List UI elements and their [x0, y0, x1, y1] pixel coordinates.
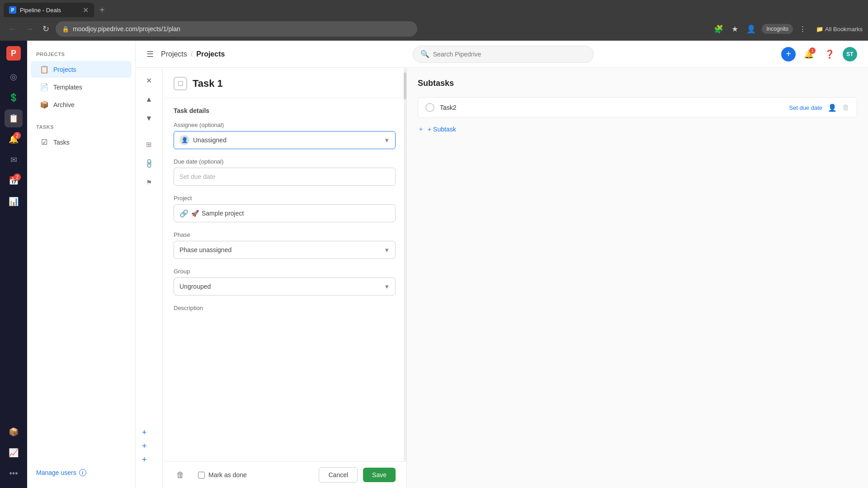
- group-chevron-icon: ▼: [384, 283, 390, 290]
- task-details-section: Task details Assignee (optional) 👤 Unass…: [163, 98, 406, 329]
- subtask-set-due-date[interactable]: Set due date: [789, 104, 822, 111]
- nav-icon-analytics[interactable]: 📈: [5, 444, 23, 462]
- forward-button[interactable]: →: [23, 22, 36, 37]
- search-input[interactable]: [433, 51, 586, 58]
- search-icon: 🔍: [420, 50, 429, 58]
- templates-label: Templates: [53, 84, 82, 91]
- assignee-field-group: Assignee (optional) 👤 Unassigned ▼: [174, 122, 396, 149]
- calendar-badge: 2: [14, 174, 21, 181]
- mark-done-checkbox[interactable]: [198, 472, 205, 479]
- notification-bell-button[interactable]: 🔔 1: [801, 47, 816, 62]
- pipedrive-logo[interactable]: P: [6, 46, 21, 61]
- extensions-icon[interactable]: 🧩: [712, 22, 726, 36]
- reload-button[interactable]: ↻: [40, 21, 52, 37]
- profile-icon[interactable]: 👤: [744, 22, 758, 36]
- sidebar-item-archive[interactable]: 📦 Archive: [31, 96, 132, 113]
- browser-chrome: P Pipeline - Deals ✕ + ← → ↻ 🔒 moodjoy.p…: [0, 0, 868, 41]
- nav-icon-notifications[interactable]: 🔔 2: [5, 130, 23, 148]
- assignee-dropdown[interactable]: 👤 Unassigned ▼: [174, 131, 396, 149]
- info-icon: i: [79, 469, 86, 476]
- breadcrumb: Projects / Projects: [161, 50, 225, 58]
- address-bar[interactable]: 🔒 moodjoy.pipedrive.com/projects/1/plan: [56, 21, 417, 37]
- subtask-checkbox[interactable]: [425, 103, 434, 112]
- notification-badge: 2: [14, 132, 21, 139]
- flag-icon[interactable]: ⚑: [141, 174, 157, 191]
- phase-field-group: Phase Phase unassigned ▼: [174, 231, 396, 259]
- nav-icon-products[interactable]: 📦: [5, 423, 23, 441]
- avatar[interactable]: ST: [843, 47, 857, 61]
- plus-button-3[interactable]: +: [140, 454, 149, 465]
- description-field-group: Description: [174, 305, 396, 311]
- subtask-assign-icon[interactable]: 👤: [828, 103, 837, 112]
- project-field-group: Project 🔗 🚀 Sample project: [174, 195, 396, 222]
- nav-icon-calendar[interactable]: 📅 2: [5, 172, 23, 190]
- new-tab-button[interactable]: +: [96, 3, 108, 17]
- plan-icon[interactable]: ⊞: [141, 136, 157, 153]
- nav-icon-mail[interactable]: ✉: [5, 151, 23, 169]
- plus-icon: ＋: [418, 125, 424, 133]
- assignee-icon: 👤: [179, 135, 189, 145]
- tab-favicon: P: [9, 6, 16, 14]
- sidebar-item-tasks[interactable]: ☑ Tasks: [31, 134, 132, 150]
- phase-dropdown[interactable]: Phase unassigned ▼: [174, 241, 396, 259]
- nav-icon-more[interactable]: •••: [5, 465, 23, 483]
- nav-icon-reports[interactable]: 📊: [5, 192, 23, 211]
- browser-tab[interactable]: P Pipeline - Deals ✕: [4, 3, 94, 17]
- cancel-button[interactable]: Cancel: [319, 467, 358, 483]
- mark-done-label[interactable]: Mark as done: [208, 471, 247, 479]
- nav-icon-home[interactable]: ◎: [5, 68, 23, 86]
- more-options-icon[interactable]: ⋮: [797, 22, 809, 36]
- phase-label: Phase: [174, 231, 396, 238]
- search-box[interactable]: 🔍: [413, 46, 594, 63]
- tab-title: Pipeline - Deals: [20, 7, 61, 14]
- task-title: Task 1: [193, 78, 223, 89]
- bookmark-icon[interactable]: ★: [729, 22, 741, 36]
- group-value: Ungrouped: [179, 283, 211, 290]
- sidebar-item-templates[interactable]: 📄 Templates: [31, 79, 132, 95]
- add-subtask-label: + Subtask: [428, 126, 456, 133]
- lock-icon: 🔒: [62, 26, 69, 33]
- manage-users-label: Manage users: [36, 469, 76, 476]
- subtasks-panel: Subtasks Task2 Set due date 👤 🗑 ＋ + Subt…: [407, 68, 868, 488]
- sidebar: PROJECTS 📋 Projects 📄 Templates 📦 Archiv…: [27, 41, 136, 488]
- url-text: moodjoy.pipedrive.com/projects/1/plan: [73, 25, 180, 33]
- collapse-down-button[interactable]: ▼: [141, 110, 157, 127]
- due-date-input[interactable]: Set due date: [174, 168, 396, 186]
- collapse-panel: ✕ ▲ ▼ ⊞ 🔗 ⚑ + + +: [136, 68, 163, 488]
- project-link-icon: 🔗: [179, 209, 189, 218]
- phase-value: Phase unassigned: [179, 246, 231, 253]
- archive-icon: 📦: [40, 100, 49, 109]
- breadcrumb-current: Projects: [196, 50, 225, 58]
- top-header: ☰ Projects / Projects 🔍 + 🔔 1 ❓ ST: [136, 41, 868, 68]
- group-field-group: Group Ungrouped ▼: [174, 268, 396, 296]
- breadcrumb-sep: /: [191, 50, 193, 58]
- link-icon[interactable]: 🔗: [137, 152, 160, 175]
- manage-users-button[interactable]: Manage users i: [27, 465, 135, 481]
- project-value: Sample project: [202, 210, 244, 217]
- group-dropdown[interactable]: Ungrouped ▼: [174, 277, 396, 296]
- sidebar-toggle[interactable]: ☰: [146, 49, 154, 59]
- tab-close[interactable]: ✕: [83, 6, 89, 14]
- notification-badge-header: 1: [809, 47, 816, 54]
- back-button[interactable]: ←: [5, 22, 19, 37]
- close-panel-button[interactable]: ✕: [141, 72, 157, 89]
- subtask-name: Task2: [440, 104, 783, 111]
- add-button[interactable]: +: [781, 47, 796, 61]
- collapse-up-button[interactable]: ▲: [141, 91, 157, 108]
- delete-task-button[interactable]: 🗑: [174, 468, 187, 483]
- due-date-label: Due date (optional): [174, 158, 396, 165]
- plus-button-2[interactable]: +: [140, 440, 149, 452]
- nav-icon-deals[interactable]: 💲: [5, 89, 23, 107]
- add-subtask-button[interactable]: ＋ + Subtask: [418, 122, 857, 137]
- nav-icon-projects[interactable]: 📋: [5, 109, 23, 127]
- sidebar-item-projects[interactable]: 📋 Projects: [31, 61, 132, 78]
- plus-button-1[interactable]: +: [140, 427, 149, 438]
- help-button[interactable]: ❓: [822, 47, 837, 62]
- subtask-delete-icon[interactable]: 🗑: [842, 103, 849, 112]
- project-input[interactable]: 🔗 🚀 Sample project: [174, 204, 396, 222]
- breadcrumb-root[interactable]: Projects: [161, 50, 187, 58]
- projects-label: Projects: [53, 66, 76, 73]
- assignee-value: Unassigned: [193, 136, 226, 144]
- chevron-down-icon: ▼: [384, 137, 390, 144]
- save-button[interactable]: Save: [363, 468, 396, 482]
